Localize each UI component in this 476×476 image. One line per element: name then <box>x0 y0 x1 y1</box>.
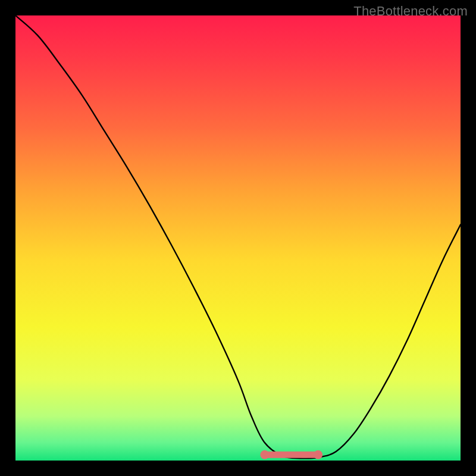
plateau-marker <box>260 450 322 459</box>
svg-point-1 <box>260 450 269 459</box>
svg-point-2 <box>314 450 322 459</box>
gradient-fill <box>15 15 461 461</box>
watermark-text: TheBottleneck.com <box>353 4 468 19</box>
bottleneck-chart <box>15 15 461 461</box>
chart-frame <box>15 15 461 461</box>
